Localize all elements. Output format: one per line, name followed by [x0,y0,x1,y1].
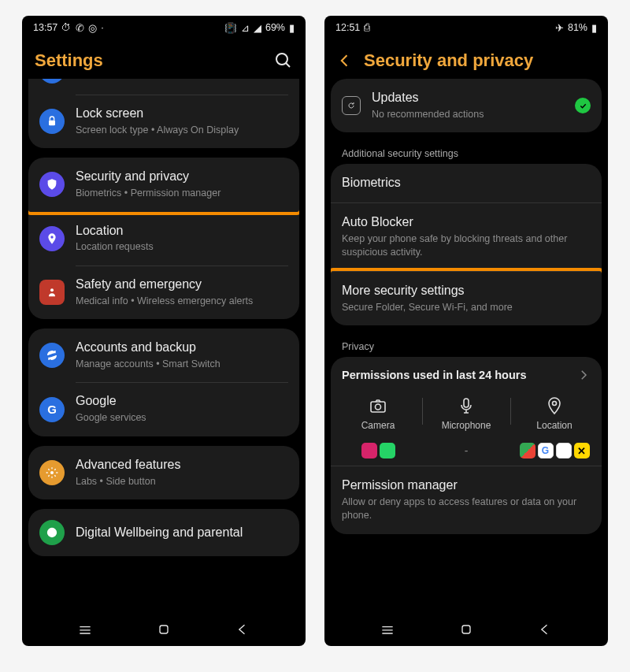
list-item-sub: Labs • Side button [76,475,288,489]
more-icon: · [101,22,103,33]
wellbeing-icon [39,520,65,545]
chevron-right-icon [576,368,591,382]
header: Security and privacy [324,39,608,79]
search-icon[interactable] [274,51,293,70]
list-item-sub: Allow or deny apps to access features or… [342,496,591,523]
check-icon [575,98,591,113]
phone-icon: ⎙ [364,22,370,33]
instagram-icon: ◎ [88,22,97,34]
battery-text: 81% [568,22,587,33]
list-item-sub: Medical info • Wireless emergency alerts [76,295,288,309]
permission-microphone[interactable]: Microphone - [422,396,510,459]
back-button[interactable] [537,622,553,637]
list-item-title: Location [76,223,288,239]
page-title: Settings [35,50,263,71]
svg-point-8 [50,288,54,291]
permission-label: Camera [361,420,395,431]
airplane-icon: ✈ [555,22,564,34]
list-item-safety[interactable]: Safety and emergency Medical info • Wire… [28,265,299,319]
svg-point-7 [50,236,53,238]
back-button[interactable] [235,622,250,637]
settings-group: Digital Wellbeing and parental [28,509,299,556]
permission-label: Location [536,420,572,431]
emergency-icon [39,280,65,305]
content-scroll[interactable]: Updates No recommended actions Additiona… [324,79,608,613]
alarm-icon: ⏱ [61,22,72,33]
navigation-bar [324,613,608,646]
svg-rect-15 [371,402,385,412]
recents-button[interactable] [380,622,395,637]
permissions-title: Permissions used in last 24 hours [342,369,527,381]
permissions-grid: Camera Microphone - Location [331,387,602,466]
app-icon-instagram [361,443,377,459]
list-item-google[interactable]: G Google Google services [28,382,299,436]
svg-rect-17 [464,399,469,407]
svg-point-18 [553,402,557,406]
list-item-wellbeing[interactable]: Digital Wellbeing and parental [28,509,299,556]
home-icon [39,79,65,84]
list-item-sub: Secure Folder, Secure Wi-Fi, and more [342,301,591,315]
list-item-accounts[interactable]: Accounts and backup Manage accounts • Sm… [28,329,299,382]
location-icon [39,226,65,251]
list-item-title: Permission manager [342,477,591,494]
svg-rect-6 [49,121,55,126]
settings-list[interactable]: Layout • App icon badges Lock screen Scr… [22,79,306,613]
status-time: 12:51 [335,22,360,33]
sync-icon [39,343,65,368]
permission-camera[interactable]: Camera [334,396,422,459]
list-item-security-privacy[interactable]: Security and privacy Biometrics • Permis… [28,158,299,211]
navigation-bar [22,613,306,646]
status-bar: 13:57 ⏱ ✆ ◎ · 📳 ⊿ ◢ 69% ▮ [22,16,306,39]
app-icon-whatsapp [380,443,395,459]
app-icon-google: G [538,443,554,459]
settings-group: Advanced features Labs • Side button [28,446,299,499]
svg-line-1 [286,63,290,67]
security-privacy-screen: 12:51 ⎙ ✈ 81% ▮ Security and privacy Upd… [324,16,608,646]
list-item-sub: Keep your phone safe by blocking threats… [342,232,591,260]
list-item-permission-manager[interactable]: Permission manager Allow or deny apps to… [331,466,602,534]
list-item-title: Security and privacy [76,169,288,185]
updates-title: Updates [372,90,564,106]
permissions-header[interactable]: Permissions used in last 24 hours [331,357,602,387]
list-item-lock-screen[interactable]: Lock screen Screen lock type • Always On… [28,95,299,148]
privacy-card: Permissions used in last 24 hours Camera… [331,357,602,534]
advanced-icon [39,460,65,485]
battery-icon: ▮ [289,22,295,34]
list-item-home-screen[interactable]: Layout • App icon badges [28,79,299,95]
svg-rect-14 [160,626,168,633]
list-item-title: Safety and emergency [76,277,288,293]
list-item-biometrics[interactable]: Biometrics [331,164,602,202]
camera-icon [369,396,387,415]
home-button[interactable] [458,622,474,637]
svg-point-16 [376,404,381,410]
shield-icon [39,172,65,197]
list-item-title: Advanced features [76,457,288,473]
app-icon-other: ✕ [574,443,590,459]
back-icon[interactable] [337,53,353,69]
svg-point-0 [276,54,287,65]
list-item-sub: Location requests [76,240,288,254]
list-item-title: Google [76,393,288,410]
permission-location[interactable]: Location G ✕ [510,396,598,459]
list-item-sub: Manage accounts • Smart Switch [76,358,288,372]
additional-security-card: Biometrics Auto Blocker Keep your phone … [331,164,602,325]
settings-group: Security and privacy Biometrics • Permis… [28,158,299,319]
list-item-location[interactable]: Location Location requests [28,212,299,265]
recents-button[interactable] [77,622,93,637]
list-item-sub: Biometrics • Permission manager [76,187,288,201]
home-button[interactable] [156,622,172,637]
list-item-advanced[interactable]: Advanced features Labs • Side button [28,446,299,499]
list-item-title: Lock screen [76,106,288,122]
list-item-title: Digital Wellbeing and parental [76,525,288,541]
updates-card[interactable]: Updates No recommended actions [331,79,602,132]
list-item-title: More security settings [342,283,591,299]
status-time: 13:57 [33,22,57,33]
list-item-title: Biometrics [342,175,591,191]
permission-apps [361,442,395,459]
wifi-icon: ⊿ [241,22,250,34]
list-item-more-security[interactable]: More security settings Secure Folder, Se… [331,271,602,325]
svg-point-10 [48,529,57,537]
lock-icon [39,109,65,134]
list-item-auto-blocker[interactable]: Auto Blocker Keep your phone safe by blo… [331,202,602,271]
svg-rect-22 [462,626,470,633]
